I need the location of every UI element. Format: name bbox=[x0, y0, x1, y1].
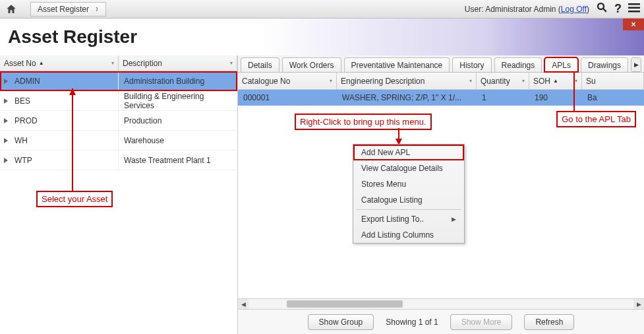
tree-col-assetno[interactable]: Asset No ▲ ▾ bbox=[0, 55, 119, 71]
tab-preventative-maintenance[interactable]: Preventative Maintenance bbox=[344, 57, 450, 72]
sort-asc-icon: ▲ bbox=[553, 78, 558, 84]
tree-row-wtp[interactable]: WTP Waste Treatment Plant 1 bbox=[0, 150, 237, 170]
title-bar: Asset Register × bbox=[0, 18, 644, 55]
scrollbar-thumb[interactable] bbox=[287, 300, 402, 308]
grid-col-rest-label: Su bbox=[586, 77, 596, 86]
tree-row-prod[interactable]: PROD Production bbox=[0, 111, 237, 131]
detail-pane: Details Work Orders Preventative Mainten… bbox=[238, 55, 644, 334]
tab-details[interactable]: Details bbox=[241, 57, 279, 72]
annotation-select-asset: Select your Asset bbox=[36, 191, 113, 207]
tree-asset-label: PROD bbox=[15, 116, 38, 125]
tree-asset-label: WTP bbox=[15, 156, 32, 165]
breadcrumb-close-icon[interactable]: × bbox=[96, 5, 100, 14]
grid-col-overflow[interactable]: Su bbox=[582, 73, 644, 89]
refresh-button[interactable]: Refresh bbox=[524, 314, 574, 330]
breadcrumb-tab[interactable]: Asset Register × bbox=[30, 2, 106, 17]
horizontal-scrollbar[interactable]: ◀ ▶ bbox=[238, 298, 644, 309]
tree-row-admin[interactable]: ADMIN Administration Building bbox=[0, 71, 237, 91]
grid-col-soh-label: SOH bbox=[533, 77, 550, 86]
grid-col-catalogue-no[interactable]: Catalogue No ▾ bbox=[238, 73, 337, 89]
chevron-down-icon[interactable]: ▾ bbox=[575, 78, 577, 84]
context-menu: Add New APL View Catalogue Details Store… bbox=[353, 144, 465, 244]
scroll-left-icon[interactable]: ◀ bbox=[238, 299, 249, 309]
chevron-down-icon[interactable]: ▾ bbox=[111, 60, 114, 66]
grid-footer: Show Group Showing 1 of 1 Show More Refr… bbox=[238, 309, 644, 334]
cell-soh: 190 bbox=[529, 93, 582, 102]
home-icon[interactable] bbox=[4, 2, 18, 17]
menu-item-view-catalogue-details[interactable]: View Catalogue Details bbox=[353, 160, 464, 176]
cell-quantity: 1 bbox=[477, 93, 529, 102]
page-title: Asset Register bbox=[8, 26, 137, 48]
breadcrumb-label: Asset Register bbox=[38, 5, 89, 14]
tree-col-desc-label: Description bbox=[123, 59, 162, 68]
help-icon[interactable]: ? bbox=[614, 2, 622, 16]
tab-work-orders[interactable]: Work Orders bbox=[282, 57, 341, 72]
grid-col-qty-label: Quantity bbox=[481, 77, 510, 86]
menu-item-catalogue-listing[interactable]: Catalogue Listing bbox=[353, 192, 464, 208]
svg-rect-2 bbox=[628, 3, 640, 5]
annotation-right-click: Right-Click to bring up this menu. bbox=[295, 114, 431, 130]
tab-history[interactable]: History bbox=[452, 57, 491, 72]
tree-desc-label: Administration Building bbox=[124, 77, 204, 86]
expander-icon[interactable] bbox=[4, 138, 8, 143]
svg-line-1 bbox=[603, 9, 606, 12]
tree-row-bes[interactable]: BES Building & Engineering Services bbox=[0, 91, 237, 111]
menu-item-export-label: Export Listing To.. bbox=[361, 215, 424, 224]
show-more-button[interactable]: Show More bbox=[450, 314, 513, 330]
show-group-button[interactable]: Show Group bbox=[308, 314, 374, 330]
menu-item-add-listing-columns[interactable]: Add Listing Columns bbox=[353, 227, 464, 243]
menu-item-stores-menu[interactable]: Stores Menu bbox=[353, 176, 464, 192]
close-icon[interactable]: × bbox=[623, 18, 644, 30]
svg-rect-3 bbox=[628, 7, 640, 9]
grid-col-desc-label: Engineering Description bbox=[341, 77, 424, 86]
expander-icon[interactable] bbox=[4, 158, 8, 163]
tree-desc-label: Warehouse bbox=[124, 136, 164, 145]
tree-col-assetno-label: Asset No bbox=[4, 59, 36, 68]
cell-catalogue-no: 000001 bbox=[238, 93, 337, 102]
hamburger-icon[interactable] bbox=[628, 2, 640, 16]
chevron-down-icon[interactable]: ▾ bbox=[330, 78, 332, 84]
tab-readings[interactable]: Readings bbox=[494, 57, 542, 72]
menu-separator bbox=[356, 209, 461, 210]
tab-apls[interactable]: APLs bbox=[544, 57, 578, 72]
grid-header: Catalogue No ▾ Engineering Description ▾… bbox=[238, 73, 644, 90]
sort-asc-icon: ▲ bbox=[39, 60, 44, 66]
grid-body[interactable]: 000001 WASHER, SPRING; Z/P, 1" X 1/... 1… bbox=[238, 90, 644, 298]
grid-col-engineering-description[interactable]: Engineering Description ▾ bbox=[337, 73, 477, 89]
tree-row-wh[interactable]: WH Warehouse bbox=[0, 131, 237, 150]
user-name: Administrator Admin bbox=[485, 5, 556, 14]
table-row[interactable]: 000001 WASHER, SPRING; Z/P, 1" X 1/... 1… bbox=[238, 90, 644, 106]
expander-icon[interactable] bbox=[4, 79, 8, 84]
user-prefix: User: bbox=[465, 5, 485, 14]
search-icon[interactable] bbox=[596, 1, 608, 17]
menu-item-add-new-apl[interactable]: Add New APL bbox=[353, 145, 464, 160]
svg-point-0 bbox=[598, 3, 604, 9]
tree-desc-label: Building & Engineering Services bbox=[124, 92, 232, 110]
tree-desc-label: Production bbox=[124, 116, 161, 125]
logoff-link[interactable]: Log Off bbox=[561, 5, 587, 14]
grid-col-cat-label: Catalogue No bbox=[242, 77, 290, 86]
scroll-right-icon[interactable]: ▶ bbox=[633, 299, 644, 309]
tree-asset-label: BES bbox=[15, 96, 30, 106]
expander-icon[interactable] bbox=[4, 118, 8, 123]
chevron-down-icon[interactable]: ▾ bbox=[469, 78, 472, 84]
asset-tree-pane: Asset No ▲ ▾ Description ▾ ADMIN Adminis… bbox=[0, 55, 238, 334]
svg-rect-4 bbox=[628, 11, 640, 13]
cell-overflow: Ba bbox=[582, 93, 644, 102]
chevron-down-icon[interactable]: ▾ bbox=[230, 60, 233, 66]
tree-asset-label: WH bbox=[15, 136, 28, 145]
tree-desc-label: Waste Treatment Plant 1 bbox=[124, 156, 211, 165]
tab-drawings[interactable]: Drawings bbox=[581, 57, 628, 72]
menu-item-export-listing-to[interactable]: Export Listing To.. ▶ bbox=[353, 211, 464, 227]
tree-col-description[interactable]: Description ▾ bbox=[119, 55, 237, 71]
tab-scroll-right-icon[interactable]: ▶ bbox=[631, 57, 641, 72]
annotation-go-apl: Go to the APL Tab bbox=[556, 111, 636, 127]
status-text: Showing 1 of 1 bbox=[386, 317, 438, 327]
tab-bar: Details Work Orders Preventative Mainten… bbox=[238, 55, 644, 73]
grid-col-quantity[interactable]: Quantity ▾ bbox=[477, 73, 529, 89]
user-info: User: Administrator Admin (Log Off) bbox=[465, 5, 589, 14]
expander-icon[interactable] bbox=[4, 98, 8, 104]
tree-header: Asset No ▲ ▾ Description ▾ bbox=[0, 55, 237, 71]
chevron-down-icon[interactable]: ▾ bbox=[522, 78, 525, 84]
grid-col-soh[interactable]: SOH ▲ ▾ bbox=[529, 73, 582, 89]
